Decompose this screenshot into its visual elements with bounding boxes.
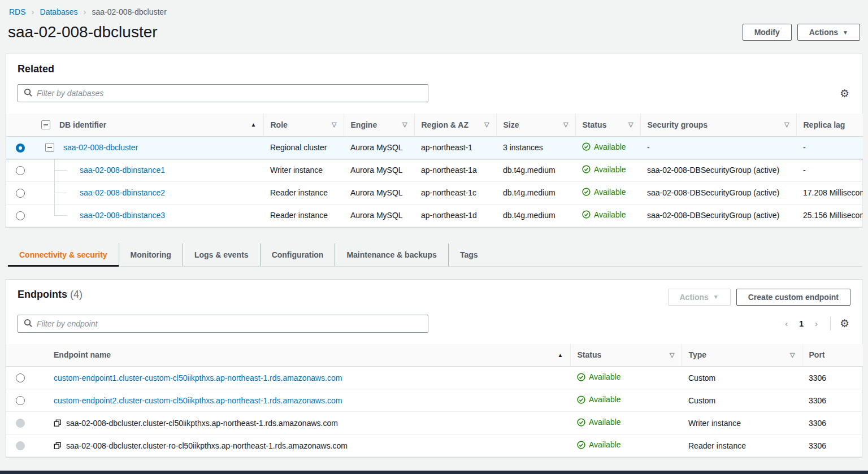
breadcrumb-rds[interactable]: RDS xyxy=(9,7,26,16)
databases-filter-input[interactable] xyxy=(37,89,422,98)
available-check-icon xyxy=(582,165,591,173)
column-header-role[interactable]: Role▽ xyxy=(263,114,344,136)
column-label: Port xyxy=(809,350,825,359)
previous-page-button[interactable]: ‹ xyxy=(780,318,792,329)
breadcrumb: RDS › Databases › saa-02-008-dbcluster xyxy=(6,0,862,16)
actions-label: Actions xyxy=(809,28,838,37)
sort-icon: ▽ xyxy=(628,121,633,128)
tab-monitoring[interactable]: Monitoring xyxy=(119,243,183,266)
collapse-row-icon[interactable] xyxy=(45,143,54,152)
status-badge: Available xyxy=(577,395,621,404)
column-header-replica-lag[interactable]: Replica lag xyxy=(796,114,863,136)
column-label: Security groups xyxy=(648,120,708,129)
sort-icon: ▽ xyxy=(790,351,795,359)
copy-icon[interactable] xyxy=(54,442,62,450)
db-instance-link[interactable]: saa-02-008-dbinstance2 xyxy=(80,188,165,197)
status-badge: Available xyxy=(582,142,626,151)
select-column xyxy=(6,344,34,367)
column-label: Status xyxy=(578,350,602,359)
endpoint-link[interactable]: custom-endpoint2.cluster-custom-cl50iikp… xyxy=(41,396,342,405)
role-cell: Regional cluster xyxy=(263,136,344,159)
tree-branch xyxy=(54,215,67,216)
detail-tabs: Connectivity & security Monitoring Logs … xyxy=(6,243,862,267)
select-all-column xyxy=(6,114,34,136)
column-header-status[interactable]: Status▽ xyxy=(570,344,682,367)
related-settings-button[interactable]: ⚙ xyxy=(839,87,850,100)
available-check-icon xyxy=(577,373,585,381)
db-cluster-link[interactable]: saa-02-008-dbcluster xyxy=(63,143,138,152)
engine-cell: Aurora MySQL xyxy=(344,136,414,159)
collapse-all-icon[interactable] xyxy=(41,120,50,129)
status-text: Available xyxy=(594,210,626,219)
row-radio[interactable] xyxy=(16,189,25,198)
role-cell: Writer instance xyxy=(263,159,344,181)
column-header-endpoint-name[interactable]: Endpoint name▲ xyxy=(34,344,570,367)
column-header-type[interactable]: Type▽ xyxy=(682,344,802,367)
available-check-icon xyxy=(582,188,591,196)
column-header-size[interactable]: Size▽ xyxy=(496,114,575,136)
next-page-button[interactable]: › xyxy=(810,318,822,329)
tab-logs-events[interactable]: Logs & events xyxy=(183,243,261,266)
row-radio-disabled xyxy=(16,419,25,428)
row-radio-disabled xyxy=(16,441,25,450)
available-check-icon xyxy=(582,142,591,151)
available-check-icon xyxy=(577,395,585,404)
endpoints-title-text: Endpoints xyxy=(18,289,67,300)
column-header-security-groups[interactable]: Security groups▽ xyxy=(640,114,796,136)
db-instance-link[interactable]: saa-02-008-dbinstance3 xyxy=(80,211,165,220)
console-footer-bar xyxy=(0,471,868,474)
endpoint-filter[interactable] xyxy=(18,315,428,333)
endpoint-link[interactable]: custom-endpoint1.cluster-custom-cl50iikp… xyxy=(41,373,342,382)
column-header-status[interactable]: Status▽ xyxy=(575,114,640,136)
port-cell: 3306 xyxy=(802,412,863,434)
endpoints-settings-button[interactable]: ⚙ xyxy=(839,317,850,330)
related-table: DB identifier ▲ Role▽ Engine▽ Region & A… xyxy=(6,114,863,227)
port-cell: 3306 xyxy=(802,434,863,457)
row-radio[interactable] xyxy=(16,396,25,405)
status-badge: Available xyxy=(577,418,621,427)
column-label: DB identifier xyxy=(59,120,106,129)
replica-lag-cell: - xyxy=(796,136,863,159)
modify-button[interactable]: Modify xyxy=(743,24,792,41)
column-header-port[interactable]: Port xyxy=(802,344,863,367)
column-header-region-az[interactable]: Region & AZ▽ xyxy=(414,114,496,136)
tab-connectivity-security[interactable]: Connectivity & security xyxy=(8,243,119,266)
sort-ascending-icon: ▲ xyxy=(558,352,563,358)
gear-icon: ⚙ xyxy=(840,318,849,329)
tab-configuration[interactable]: Configuration xyxy=(261,243,336,266)
table-row: saa-02-008-dbcluster.cluster-cl50iikpthx… xyxy=(6,412,863,434)
chevron-down-icon: ▼ xyxy=(713,294,719,300)
replica-lag-cell: 17.208 Milliseconds xyxy=(796,181,863,204)
endpoint-filter-input[interactable] xyxy=(37,319,422,328)
chevron-down-icon: ▼ xyxy=(843,29,848,36)
current-page-number[interactable]: 1 xyxy=(795,319,808,328)
tab-tags[interactable]: Tags xyxy=(449,243,489,266)
chevron-right-icon: › xyxy=(32,7,34,16)
column-label: Role xyxy=(271,120,288,129)
status-badge: Available xyxy=(577,440,621,449)
databases-filter[interactable] xyxy=(18,84,428,102)
tab-maintenance-backups[interactable]: Maintenance & backups xyxy=(335,243,449,266)
endpoints-table: Endpoint name▲ Status▽ Type▽ Port custom… xyxy=(6,344,863,458)
column-header-engine[interactable]: Engine▽ xyxy=(344,114,414,136)
column-label: Status xyxy=(583,120,607,129)
tree-line xyxy=(54,205,55,216)
security-groups-cell: saa-02-008-DBSecurityGroup (active) xyxy=(640,181,796,204)
row-radio[interactable] xyxy=(16,211,25,220)
db-instance-link[interactable]: saa-02-008-dbinstance1 xyxy=(80,166,165,175)
actions-dropdown-button[interactable]: Actions ▼ xyxy=(797,24,860,41)
column-header-db-identifier[interactable]: DB identifier ▲ xyxy=(34,114,263,136)
size-cell: db.t4g.medium xyxy=(496,204,575,227)
endpoints-actions-dropdown-button[interactable]: Actions ▼ xyxy=(668,289,731,306)
row-radio-selected[interactable] xyxy=(16,143,25,153)
size-cell: db.t4g.medium xyxy=(496,159,575,181)
breadcrumb-databases[interactable]: Databases xyxy=(40,7,78,16)
row-radio[interactable] xyxy=(16,166,25,175)
column-label: Endpoint name xyxy=(41,350,111,359)
related-panel: Related ⚙ xyxy=(6,54,862,228)
copy-icon[interactable] xyxy=(54,419,62,427)
region-cell: ap-northeast-1d xyxy=(414,204,496,227)
create-custom-endpoint-button[interactable]: Create custom endpoint xyxy=(736,289,850,306)
size-cell: db.t4g.medium xyxy=(496,181,575,204)
row-radio[interactable] xyxy=(16,373,25,382)
